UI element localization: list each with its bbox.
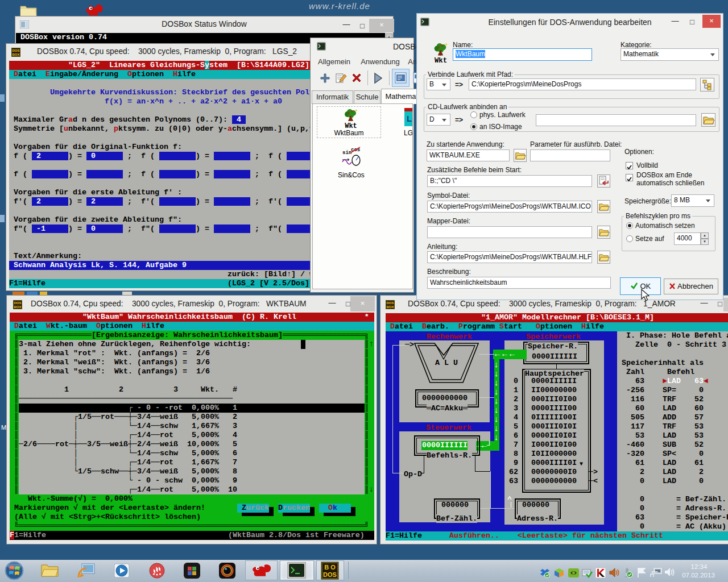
svg-text:sin: sin: [342, 150, 351, 156]
svg-text:DOS: DOS: [386, 301, 394, 305]
svg-text:B O: B O: [324, 564, 336, 571]
svg-text:Wkt: Wkt: [345, 122, 357, 129]
svg-text:BOX: BOX: [386, 305, 394, 309]
svg-text:DOS: DOS: [14, 301, 21, 305]
svg-text:LG: LG: [407, 114, 413, 123]
svg-text:Wkt: Wkt: [435, 57, 447, 64]
svg-text:BOX: BOX: [12, 53, 19, 56]
svg-text:DOS: DOS: [12, 49, 19, 52]
svg-text:DOS: DOS: [323, 571, 337, 578]
svg-text:BOX: BOX: [14, 305, 21, 309]
